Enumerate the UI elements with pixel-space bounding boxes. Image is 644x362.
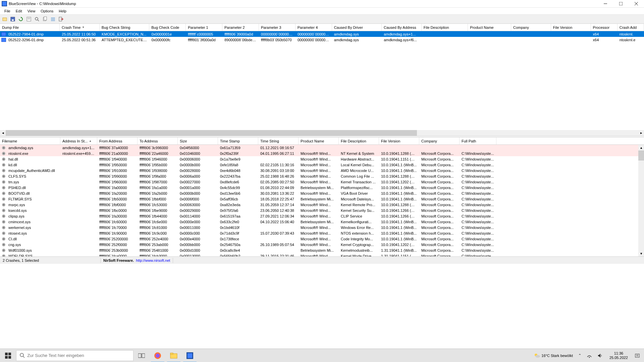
column-header[interactable]: File Description	[339, 137, 379, 144]
list-row[interactable]: msrpc.sysfffff806`1fbf0000fffff806`1fc53…	[0, 202, 644, 207]
list-row[interactable]: mcupdate_AuthenticAMD.dllfffff806`1f9100…	[0, 168, 644, 173]
scroll-left-button[interactable]: ◂	[0, 130, 6, 136]
explorer-task-icon[interactable]	[166, 349, 182, 362]
network-icon[interactable]	[585, 352, 593, 360]
list-row[interactable]: CI.dllfffff806`25200000fffff806`252e4000…	[0, 236, 644, 242]
svg-point-30	[3, 159, 4, 160]
list-row[interactable]: cmimcext.sysfffff806`1fc60000fffff806`1f…	[0, 219, 644, 225]
cell: ksecdd.sys	[6, 208, 60, 213]
cell: 0x04f56000	[178, 146, 218, 150]
list-row[interactable]: ntosext.sysfffff806`1fc90000fffff806`1fc…	[0, 230, 644, 236]
list-row[interactable]: CLFS.SYSfffff806`1f990000fffff806`1f9fa0…	[0, 173, 644, 179]
vertical-scrollbar[interactable]: ▴ ▾	[638, 145, 644, 256]
column-header[interactable]: Address In St...▲	[60, 137, 97, 144]
list-row[interactable]: amdkmdag.sysamdkmdag.sys+1...fffff806`37…	[0, 145, 644, 150]
horizontal-scrollbar[interactable]: ◂ ▸	[0, 130, 644, 136]
minimize-button[interactable]	[598, 0, 613, 8]
list-row[interactable]: clipsp.sysfffff806`1fa30000fffff806`1fb4…	[0, 213, 644, 219]
list-row[interactable]: ntoskrnl.exentoskrnl.exe+459e...fffff806…	[0, 150, 644, 156]
cell: 0x00027000	[178, 180, 218, 184]
column-header[interactable]: Bug Check String	[100, 24, 149, 31]
cell: Kernel Transaction ...	[339, 180, 379, 184]
column-header[interactable]: Full Path	[460, 137, 496, 144]
list-row[interactable]: Wdf01000.sysfffff806`253b0000fffff806`25…	[0, 247, 644, 253]
column-header[interactable]: Parameter 2	[222, 24, 259, 31]
column-header[interactable]: Size	[178, 137, 218, 144]
column-header[interactable]: Product Name	[468, 24, 511, 31]
row-icon	[1, 231, 6, 236]
list-row[interactable]: 052522-3296-01.dmp25.05.2022 00:51:36ATT…	[0, 37, 644, 43]
list-row[interactable]: PSHED.dllfffff806`1fa00000fffff806`1fa1a…	[0, 185, 644, 190]
cell: ATTEMPTED_EXECUTE_O...	[100, 38, 149, 42]
list-row[interactable]: tm.sysfffff806`1f960000fffff806`1f987000…	[0, 179, 644, 185]
volume-icon[interactable]	[596, 352, 604, 360]
column-header[interactable]: Caused By Address	[382, 24, 422, 31]
column-header[interactable]: Time String	[258, 137, 299, 144]
column-header[interactable]: Parameter 1	[186, 24, 222, 31]
menu-view[interactable]: View	[25, 8, 38, 14]
refresh-button[interactable]	[17, 15, 24, 23]
cell: Microsoft® Wind...	[299, 191, 339, 195]
dump-list-body[interactable]: 052522-7984-01.dmp25.05.2022 11:06:50KMO…	[0, 31, 644, 130]
tray-chevron-icon[interactable]: ⌃	[577, 352, 583, 359]
taskbar-clock[interactable]: 11:36 25.05.2022	[607, 351, 631, 360]
column-header[interactable]: Time Stamp	[218, 137, 258, 144]
search-input[interactable]	[27, 353, 133, 358]
task-view-button[interactable]	[133, 349, 150, 362]
open-button[interactable]	[1, 15, 8, 23]
list-row[interactable]: BOOTVID.dllfffff806`1fa20000fffff806`1fa…	[0, 190, 644, 196]
exit-button[interactable]	[57, 15, 65, 23]
nirsoft-link[interactable]: http://www.nirsoft.net	[136, 258, 170, 262]
column-header[interactable]: To Address	[138, 137, 178, 144]
column-header[interactable]: File Description	[422, 24, 468, 31]
column-header[interactable]: Bug Check Code	[149, 24, 186, 31]
column-header[interactable]: Company	[419, 137, 460, 144]
row-icon	[1, 151, 6, 156]
list-row[interactable]: werkernel.sysfffff806`1fc70000fffff806`1…	[0, 225, 644, 230]
close-button[interactable]	[629, 0, 644, 8]
copy-button[interactable]	[41, 15, 49, 23]
save-button[interactable]	[9, 15, 16, 23]
list-row[interactable]: WDFLDR.SYSfffff806`1fca0000fffff806`1fcb…	[0, 253, 644, 256]
list-row[interactable]: 052522-7984-01.dmp25.05.2022 11:06:50KMO…	[0, 31, 644, 37]
weather-widget[interactable]: 16°C Stark bewölkt	[532, 351, 574, 360]
cell: 10.0.19041.1 (WinB...	[379, 163, 419, 167]
options-button[interactable]	[49, 15, 57, 23]
list-row[interactable]: FLTMGR.SYSfffff806`1fb50000fffff806`1fbb…	[0, 196, 644, 202]
list-row[interactable]: ksecdd.sysfffff806`1fbc0000fffff806`1fbe…	[0, 207, 644, 213]
menu-edit[interactable]: Edit	[13, 8, 25, 14]
column-header[interactable]: Dump File	[0, 24, 60, 31]
maximize-button[interactable]	[613, 0, 629, 8]
taskbar-search[interactable]	[16, 350, 133, 361]
column-header[interactable]: Caused By Driver	[332, 24, 382, 31]
column-header[interactable]: Parameter 3	[259, 24, 296, 31]
menu-options[interactable]: Options	[38, 8, 56, 14]
column-header[interactable]: File Version	[551, 24, 591, 31]
list-row[interactable]: hal.dllfffff806`1f940000fffff806`1f94600…	[0, 156, 644, 162]
menu-help[interactable]: Help	[56, 8, 69, 14]
column-header[interactable]: Filename	[0, 137, 60, 144]
column-header[interactable]: Crash Time▼	[60, 24, 100, 31]
find-button[interactable]	[33, 15, 41, 23]
column-header[interactable]: Company	[511, 24, 551, 31]
column-header[interactable]: From Address	[97, 137, 138, 144]
column-header[interactable]: File Version	[379, 137, 419, 144]
scroll-up-button[interactable]: ▴	[638, 145, 644, 150]
row-icon	[1, 202, 6, 207]
properties-button[interactable]	[25, 15, 33, 23]
svg-rect-74	[8, 356, 11, 359]
notifications-icon[interactable]	[633, 352, 641, 360]
column-header[interactable]: Crash Add	[618, 24, 644, 31]
start-button[interactable]	[0, 349, 16, 362]
scroll-down-button[interactable]: ▾	[638, 251, 644, 256]
list-row[interactable]: kd.dllfffff806`1f950000fffff806`1f95b000…	[0, 162, 644, 168]
list-row[interactable]: cng.sysfffff806`252f0000fffff806`253ab00…	[0, 242, 644, 247]
scroll-right-button[interactable]: ▸	[638, 130, 644, 136]
driver-list-body[interactable]: amdkmdag.sysamdkmdag.sys+1...fffff806`37…	[0, 145, 644, 256]
bluescreenview-task-icon[interactable]	[182, 349, 198, 362]
column-header[interactable]: Product Name	[299, 137, 339, 144]
column-header[interactable]: Processor	[591, 24, 618, 31]
firefox-task-icon[interactable]	[150, 349, 166, 362]
column-header[interactable]: Parameter 4	[296, 24, 332, 31]
menu-file[interactable]: File	[2, 8, 13, 14]
